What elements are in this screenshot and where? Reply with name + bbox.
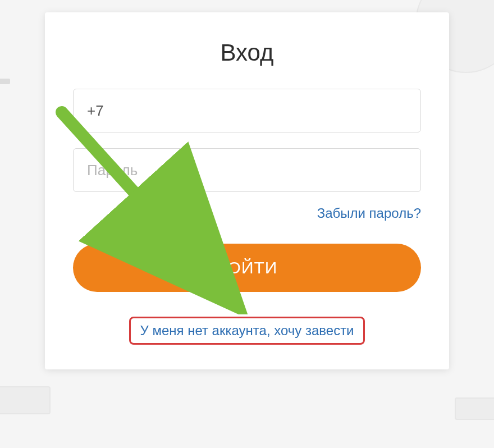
bg-rect-left-icon	[0, 386, 51, 414]
forgot-password-link[interactable]: Забыли пароль?	[317, 205, 421, 221]
signup-row: У меня нет аккаунта, хочу завести	[73, 317, 421, 345]
login-button[interactable]: ВОЙТИ	[73, 244, 421, 292]
password-input[interactable]	[73, 148, 421, 192]
bg-rect-right-icon	[455, 397, 494, 420]
page-title: Вход	[73, 39, 421, 66]
bg-notch-icon	[0, 79, 10, 84]
signup-link[interactable]: У меня нет аккаунта, хочу завести	[129, 317, 364, 345]
forgot-row: Забыли пароль?	[73, 205, 421, 221]
login-card: Вход Забыли пароль? ВОЙТИ У меня нет акк…	[45, 12, 449, 369]
phone-input[interactable]	[73, 89, 421, 132]
